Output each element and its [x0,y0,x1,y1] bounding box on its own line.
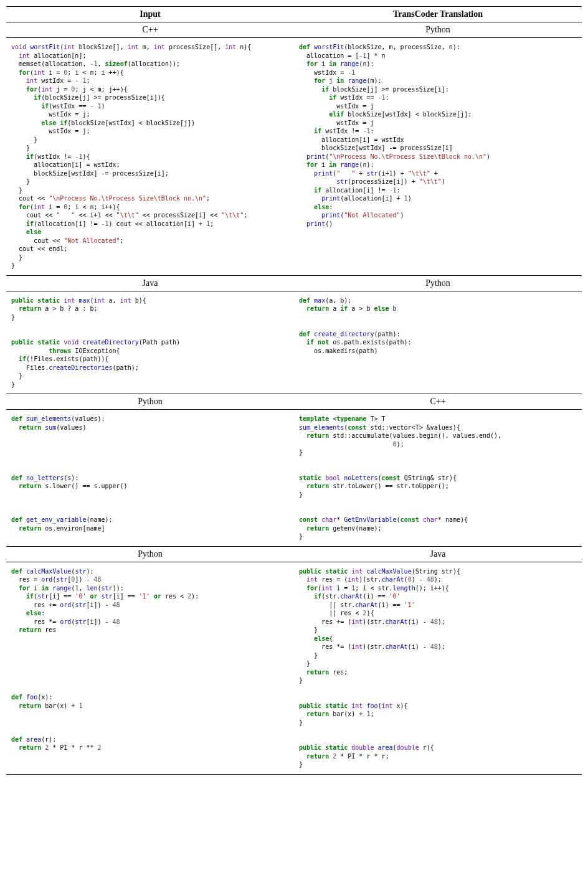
lang-header-right-1: Python [294,275,582,291]
code-left-0: void worstFit(int blockSize[], int m, in… [11,40,289,273]
lang-header-left-3: Python [6,546,294,562]
lang-header-right-0: Python [294,22,582,38]
code-right-1: def max(a, b): return a if a > b else b … [299,294,577,358]
lang-header-left-1: Java [6,275,294,291]
lang-header-left-2: Python [6,394,294,410]
translation-table: Input TransCoder Translation C++ Python … [6,6,582,775]
code-left-2: def sum_elements(values): return sum(val… [11,412,289,535]
lang-header-right-3: Java [294,546,582,562]
code-left-1: public static int max(int a, int b){ ret… [11,294,289,392]
code-left-3: def calcMaxValue(str): res = ord(str[0])… [11,565,289,755]
code-right-0: def worstFit(blockSize, m, processSize, … [299,40,577,230]
header-output: TransCoder Translation [294,7,582,22]
code-right-2: template <typename T> T sum_elements(con… [299,412,577,544]
code-right-3: public static int calcMaxValue(String st… [299,565,577,772]
lang-header-left-0: C++ [6,22,294,38]
header-input: Input [6,7,294,22]
lang-header-right-2: C++ [294,394,582,410]
